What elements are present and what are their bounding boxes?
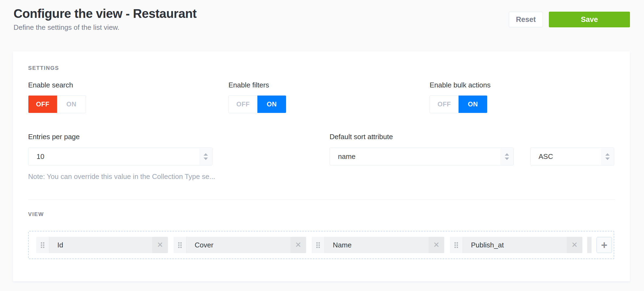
settings-card: SETTINGS Enable search OFF ON Enable fil… — [13, 51, 630, 281]
enable-bulk-actions-on-option[interactable]: ON — [459, 96, 487, 113]
drag-dots-icon — [178, 242, 182, 248]
drag-handle[interactable] — [312, 237, 325, 253]
view-section-title: VIEW — [28, 211, 44, 217]
enable-filters-label: Enable filters — [228, 81, 286, 89]
entries-per-page-select[interactable]: 10 — [28, 148, 213, 165]
drag-handle[interactable] — [174, 237, 187, 253]
sort-attribute-value: name — [330, 152, 500, 161]
enable-filters-toggle[interactable]: OFF ON — [228, 95, 286, 113]
enable-bulk-actions-label: Enable bulk actions — [430, 81, 490, 89]
reset-button[interactable]: Reset — [509, 12, 543, 27]
default-sort-selects: name ASC — [330, 141, 614, 165]
page-header: Configure the view - Restaurant Define t… — [14, 6, 630, 31]
header-titles: Configure the view - Restaurant Define t… — [14, 6, 197, 31]
select-spinner-icon[interactable] — [199, 148, 212, 165]
drag-placeholder — [587, 237, 592, 253]
enable-bulk-actions-toggle[interactable]: OFF ON — [430, 95, 487, 113]
field-chip-label: Name — [325, 237, 429, 253]
chevron-up-icon — [605, 153, 610, 156]
drag-dots-icon — [41, 242, 44, 248]
select-spinner-icon[interactable] — [500, 148, 513, 165]
enable-search-toggle[interactable]: OFF ON — [28, 95, 86, 113]
add-field-button[interactable]: + — [596, 237, 612, 253]
enable-search-group: Enable search OFF ON — [28, 81, 86, 113]
view-fields-dropzone: Id ✕ Cover ✕ Name ✕ — [28, 231, 614, 259]
field-chip-label: Publish_at — [463, 237, 567, 253]
enable-search-label: Enable search — [28, 81, 86, 89]
enable-search-on-option[interactable]: ON — [57, 96, 86, 113]
default-sort-label: Default sort attribute — [330, 132, 614, 141]
chevron-down-icon — [505, 158, 509, 160]
select-spinner-icon[interactable] — [601, 148, 614, 165]
chevron-up-icon — [204, 153, 208, 156]
entries-per-page-value: 10 — [28, 152, 199, 161]
drag-dots-icon — [454, 242, 458, 248]
save-button[interactable]: Save — [549, 12, 630, 27]
chevron-up-icon — [505, 153, 509, 156]
field-chip-label: Cover — [187, 237, 290, 253]
enable-search-off-option[interactable]: OFF — [28, 96, 57, 113]
section-divider — [28, 199, 615, 200]
remove-field-icon[interactable]: ✕ — [429, 237, 444, 253]
remove-field-icon[interactable]: ✕ — [290, 237, 306, 253]
enable-bulk-actions-off-option[interactable]: OFF — [430, 96, 459, 113]
enable-filters-group: Enable filters OFF ON — [228, 81, 286, 113]
field-chip-label: Id — [49, 237, 152, 253]
page-title: Configure the view - Restaurant — [14, 6, 197, 21]
entries-per-page-label: Entries per page — [28, 132, 215, 141]
entries-per-page-note: Note: You can override this value in the… — [28, 172, 215, 181]
enable-filters-on-option[interactable]: ON — [257, 96, 286, 113]
drag-dots-icon — [316, 242, 320, 248]
drag-handle[interactable] — [450, 237, 463, 253]
field-chip-cover[interactable]: Cover ✕ — [174, 237, 306, 253]
header-actions: Reset Save — [509, 12, 630, 31]
settings-section-title: SETTINGS — [28, 65, 59, 71]
drag-handle[interactable] — [36, 237, 49, 253]
entries-per-page-group: Entries per page 10 Note: You can overri… — [28, 132, 215, 181]
field-chip-name[interactable]: Name ✕ — [312, 237, 444, 253]
field-chip-publish-at[interactable]: Publish_at ✕ — [450, 237, 582, 253]
chevron-down-icon — [204, 158, 208, 160]
remove-field-icon[interactable]: ✕ — [567, 237, 582, 253]
field-chip-id[interactable]: Id ✕ — [36, 237, 168, 253]
sort-order-value: ASC — [530, 152, 601, 161]
default-sort-group: Default sort attribute name ASC — [330, 132, 614, 165]
chevron-down-icon — [605, 158, 610, 160]
page-subtitle: Define the settings of the list view. — [14, 23, 197, 31]
sort-attribute-select[interactable]: name — [330, 148, 514, 165]
remove-field-icon[interactable]: ✕ — [152, 237, 168, 253]
enable-bulk-actions-group: Enable bulk actions OFF ON — [430, 81, 490, 113]
sort-order-select[interactable]: ASC — [530, 148, 614, 165]
enable-filters-off-option[interactable]: OFF — [229, 96, 257, 113]
